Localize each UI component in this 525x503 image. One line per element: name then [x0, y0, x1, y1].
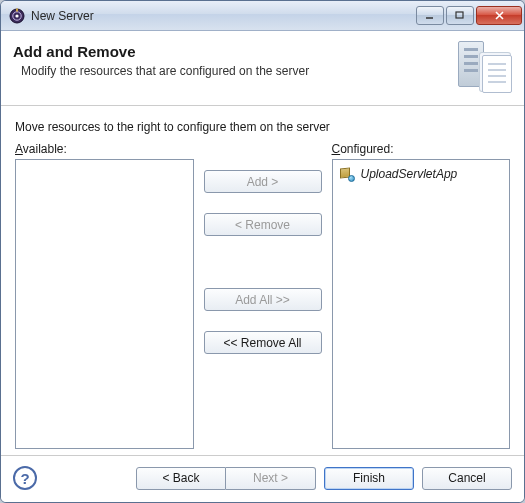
module-icon	[339, 166, 355, 182]
remove-button[interactable]: < Remove	[204, 213, 322, 236]
available-list[interactable]	[15, 159, 194, 449]
svg-point-2	[15, 14, 18, 17]
titlebar[interactable]: New Server	[1, 1, 524, 31]
available-label: Available:	[15, 142, 194, 156]
svg-rect-5	[456, 12, 463, 18]
add-all-button[interactable]: Add All >>	[204, 288, 322, 311]
wizard-banner: Add and Remove Modify the resources that…	[1, 31, 524, 106]
add-button[interactable]: Add >	[204, 170, 322, 193]
minimize-button[interactable]	[416, 6, 444, 25]
transfer-buttons: Add > < Remove Add All >> << Remove All	[204, 142, 322, 449]
list-item[interactable]: UploadServletApp	[337, 164, 506, 184]
finish-button[interactable]: Finish	[324, 467, 414, 490]
configured-label: Configured:	[332, 142, 511, 156]
help-icon[interactable]: ?	[13, 466, 37, 490]
window-controls	[416, 6, 522, 25]
dialog-window: New Server Add and Remove Modify the res…	[0, 0, 525, 503]
close-button[interactable]	[476, 6, 522, 25]
configured-column: Configured: UploadServletApp	[332, 142, 511, 449]
server-icon	[458, 39, 512, 93]
back-button[interactable]: < Back	[136, 467, 226, 490]
next-button[interactable]: Next >	[226, 467, 316, 490]
configured-list[interactable]: UploadServletApp	[332, 159, 511, 449]
app-icon	[9, 8, 25, 24]
maximize-button[interactable]	[446, 6, 474, 25]
window-title: New Server	[31, 9, 416, 23]
cancel-button[interactable]: Cancel	[422, 467, 512, 490]
wizard-footer: ? < Back Next > Finish Cancel	[1, 455, 524, 502]
instruction-text: Move resources to the right to configure…	[15, 120, 510, 134]
available-column: Available:	[15, 142, 194, 449]
list-item-label: UploadServletApp	[361, 167, 458, 181]
banner-title: Add and Remove	[13, 43, 458, 60]
banner-description: Modify the resources that are configured…	[21, 64, 458, 78]
remove-all-button[interactable]: << Remove All	[204, 331, 322, 354]
svg-rect-3	[16, 8, 18, 11]
content-area: Move resources to the right to configure…	[1, 106, 524, 455]
